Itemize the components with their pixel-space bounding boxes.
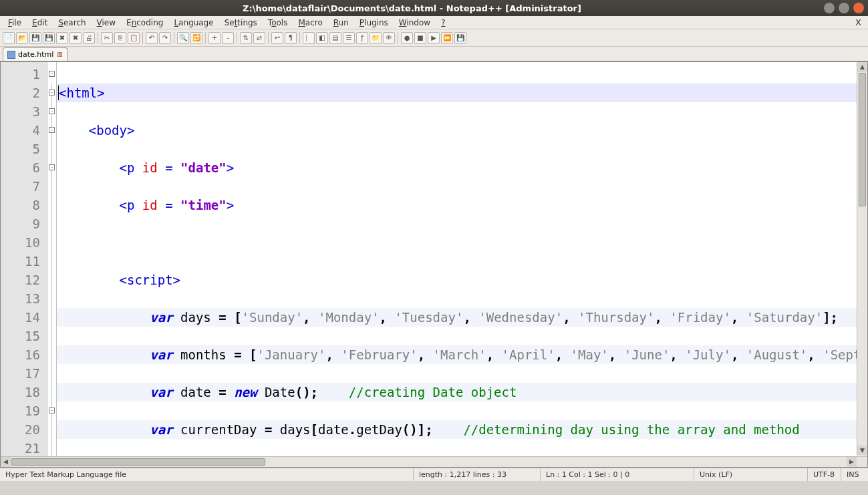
paste-icon[interactable]: 📋 (128, 32, 140, 44)
titlebar: Z:\home\dataflair\Documents\date.html - … (0, 0, 868, 16)
close-icon[interactable]: ✖ (56, 32, 68, 44)
separator (398, 32, 398, 44)
undo-icon[interactable]: ↶ (146, 32, 158, 44)
menu-file[interactable]: File (3, 17, 27, 29)
status-encoding[interactable]: UTF-8 (808, 468, 841, 481)
doc-map-icon[interactable]: ▤ (329, 32, 341, 44)
udl-icon[interactable]: ◧ (316, 32, 328, 44)
separator (174, 32, 174, 44)
separator (268, 32, 269, 44)
separator (237, 32, 237, 44)
replace-icon[interactable]: 🔁 (190, 32, 202, 44)
save-icon[interactable]: 💾 (29, 32, 41, 44)
copy-icon[interactable]: ⎘ (114, 32, 126, 44)
status-length: length : 1,217 lines : 33 (414, 468, 541, 481)
editor[interactable]: 1 2 3 4 5 6 7 8 9 10 11 12 13 14 15 16 1… (0, 61, 868, 468)
menu-tools[interactable]: Tools (263, 17, 293, 29)
func-list-icon[interactable]: ƒ (356, 32, 368, 44)
find-icon[interactable]: 🔍 (177, 32, 189, 44)
scroll-thumb-h[interactable] (11, 458, 265, 466)
toolbar: 📄 📂 💾 💾 ✖ ✖ 🖨 ✂ ⎘ 📋 ↶ ↷ 🔍 🔁 + - ⇅ ⇄ ↩ ¶ … (0, 29, 868, 47)
record-icon[interactable]: ● (401, 32, 413, 44)
separator (98, 32, 98, 44)
tab-close-icon[interactable]: ⊠ (56, 51, 63, 58)
menu-settings[interactable]: Settings (219, 17, 263, 29)
menu-edit[interactable]: Edit (27, 17, 53, 29)
menu-language[interactable]: Language (168, 17, 219, 29)
menu-macro[interactable]: Macro (293, 17, 327, 29)
open-file-icon[interactable]: 📂 (16, 32, 28, 44)
status-mode[interactable]: INS (841, 468, 868, 481)
play-icon[interactable]: ▶ (428, 32, 440, 44)
code-area[interactable]: <html> <body> <p id = "date"> <p id = "t… (57, 62, 867, 467)
separator (142, 32, 143, 44)
status-position: Ln : 1 Col : 1 Sel : 0 | 0 (541, 468, 694, 481)
wordwrap-icon[interactable]: ↩ (271, 32, 283, 44)
menu-search[interactable]: Search (53, 17, 91, 29)
separator (205, 32, 206, 44)
scroll-down-icon[interactable]: ▼ (857, 446, 867, 456)
vertical-scrollbar[interactable]: ▲ ▼ (857, 62, 867, 456)
menubar: File Edit Search View Encoding Language … (0, 16, 868, 29)
scroll-thumb[interactable] (859, 73, 866, 206)
folder-icon[interactable]: 📁 (370, 32, 382, 44)
file-icon (7, 51, 15, 59)
redo-icon[interactable]: ↷ (159, 32, 171, 44)
menu-window[interactable]: Window (394, 17, 436, 29)
menu-help[interactable]: ? (436, 17, 450, 29)
zoom-in-icon[interactable]: + (208, 32, 221, 44)
menu-view[interactable]: View (92, 17, 121, 29)
monitor-icon[interactable]: 👁 (383, 32, 395, 44)
new-file-icon[interactable]: 📄 (3, 32, 15, 44)
sync-h-icon[interactable]: ⇄ (253, 32, 265, 44)
status-filetype: Hyper Text Markup Language file (0, 468, 414, 481)
indent-guide-icon[interactable]: ⎸ (303, 32, 315, 44)
fold-column[interactable]: - - - - - - (47, 62, 57, 467)
window-title: Z:\home\dataflair\Documents\date.html - … (4, 3, 820, 13)
close-button[interactable] (853, 3, 864, 13)
tab-date-html[interactable]: date.html ⊠ (3, 47, 67, 61)
horizontal-scrollbar[interactable]: ◀ ▶ (1, 456, 867, 467)
play-multi-icon[interactable]: ⏩ (441, 32, 453, 44)
tabbar: date.html ⊠ (0, 47, 868, 61)
all-chars-icon[interactable]: ¶ (285, 32, 297, 44)
sync-v-icon[interactable]: ⇅ (240, 32, 252, 44)
menu-run[interactable]: Run (328, 17, 354, 29)
tab-label: date.html (18, 50, 53, 59)
statusbar: Hyper Text Markup Language file length :… (0, 468, 868, 481)
menu-plugins[interactable]: Plugins (354, 17, 394, 29)
minimize-button[interactable] (824, 3, 835, 13)
scroll-left-icon[interactable]: ◀ (1, 457, 11, 467)
cut-icon[interactable]: ✂ (101, 32, 113, 44)
maximize-button[interactable] (839, 3, 849, 13)
print-icon[interactable]: 🖨 (83, 32, 95, 44)
save-all-icon[interactable]: 💾 (43, 32, 55, 44)
separator (299, 32, 300, 44)
line-number-gutter: 1 2 3 4 5 6 7 8 9 10 11 12 13 14 15 16 1… (1, 62, 47, 467)
close-all-icon[interactable]: ✖ (69, 32, 82, 44)
save-macro-icon[interactable]: 💾 (454, 32, 466, 44)
scroll-up-icon[interactable]: ▲ (857, 62, 867, 72)
zoom-out-icon[interactable]: - (222, 32, 234, 44)
tab-close-x[interactable]: X (855, 17, 861, 27)
status-eol[interactable]: Unix (LF) (694, 468, 808, 481)
menu-encoding[interactable]: Encoding (121, 17, 168, 29)
scroll-right-icon[interactable]: ▶ (847, 457, 857, 467)
stop-icon[interactable]: ■ (414, 32, 426, 44)
doc-list-icon[interactable]: ☰ (343, 32, 355, 44)
